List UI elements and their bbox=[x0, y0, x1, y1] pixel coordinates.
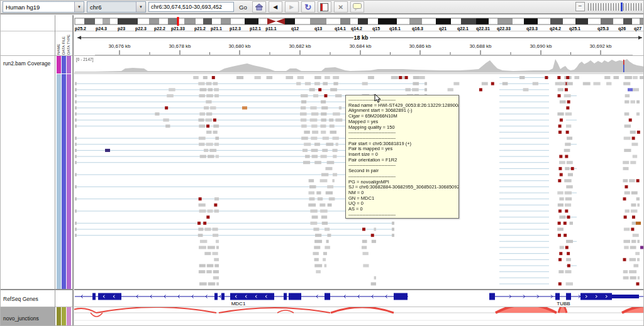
home-button[interactable] bbox=[252, 1, 266, 13]
forward-icon: ▶ bbox=[289, 4, 294, 10]
svg-text:q21: q21 bbox=[439, 26, 447, 31]
svg-text:q25.1: q25.1 bbox=[569, 26, 580, 31]
svg-text:q23.3: q23.3 bbox=[526, 26, 538, 31]
svg-text:30,676 kb: 30,676 kb bbox=[108, 43, 131, 49]
svg-text:30,692 kb: 30,692 kb bbox=[589, 43, 612, 49]
coverage-range-label: [0 - 2147] bbox=[76, 57, 93, 62]
svg-text:p12.1: p12.1 bbox=[250, 26, 261, 31]
tooltip-line: SJ = chr6:30682884-30682955_30685021-306… bbox=[348, 185, 456, 190]
svg-text:MDC1: MDC1 bbox=[231, 301, 246, 307]
svg-text:TUBB: TUBB bbox=[557, 301, 570, 307]
chromosome-select-value: chr6 bbox=[87, 4, 136, 11]
zoom-out-button[interactable]: − bbox=[575, 2, 585, 11]
svg-text:q22.1: q22.1 bbox=[457, 26, 469, 31]
attribute-cell[interactable] bbox=[62, 56, 66, 73]
svg-text:p21.33: p21.33 bbox=[171, 26, 185, 31]
tooltip-line: UQ = 0 bbox=[348, 201, 456, 207]
home-icon bbox=[255, 3, 264, 11]
zoom-slider[interactable] bbox=[588, 3, 642, 11]
svg-text:q24.2: q24.2 bbox=[550, 26, 561, 31]
locus-input[interactable] bbox=[148, 2, 234, 12]
svg-text:30,684 kb: 30,684 kb bbox=[349, 43, 372, 49]
fit-to-window-icon: ✕ bbox=[338, 4, 343, 11]
svg-text:q13: q13 bbox=[314, 26, 322, 31]
svg-text:q16.1: q16.1 bbox=[389, 26, 401, 31]
svg-text:30,686 kb: 30,686 kb bbox=[409, 43, 431, 49]
coverage-track-label[interactable]: run2.bam Coverage bbox=[3, 60, 50, 67]
svg-text:p11.1: p11.1 bbox=[265, 26, 277, 31]
junctions-track-label[interactable]: novo_junctions bbox=[3, 315, 39, 322]
svg-text:30,688 kb: 30,688 kb bbox=[469, 43, 492, 49]
attribute-cell[interactable] bbox=[57, 56, 61, 73]
popup-behavior-button[interactable] bbox=[350, 1, 364, 13]
refresh-button[interactable]: ↻ bbox=[301, 1, 315, 13]
forward-button[interactable]: ▶ bbox=[285, 1, 299, 13]
read-tooltip: ------------------------------Read name … bbox=[345, 95, 459, 219]
svg-text:q22.33: q22.33 bbox=[497, 26, 511, 31]
svg-text:q26: q26 bbox=[618, 26, 626, 31]
svg-text:p23: p23 bbox=[118, 26, 125, 31]
svg-text:30,680 kb: 30,680 kb bbox=[228, 43, 251, 49]
svg-text:q27: q27 bbox=[634, 26, 641, 31]
fit-to-window-button[interactable]: ✕ bbox=[334, 1, 348, 13]
define-region-button[interactable] bbox=[318, 1, 331, 13]
zoom-widget: − bbox=[575, 2, 642, 11]
back-icon: ◀ bbox=[273, 4, 277, 10]
mouse-cursor bbox=[374, 94, 382, 104]
svg-text:q15: q15 bbox=[372, 26, 380, 31]
attribute-cell[interactable] bbox=[67, 56, 71, 73]
svg-text:30,678 kb: 30,678 kb bbox=[169, 43, 191, 49]
popup-behavior-icon bbox=[353, 3, 362, 11]
svg-text:p21.1: p21.1 bbox=[211, 26, 222, 31]
refseq-genes-track[interactable]: MDC1TUBB bbox=[74, 290, 644, 307]
toolbar: Human hg19 ▼ chr6 ▼ Go ◀ ▶ ↻ ✕ − bbox=[1, 1, 644, 14]
refresh-icon: ↻ bbox=[304, 3, 311, 12]
tooltip-line: ------------------------------ bbox=[348, 212, 456, 218]
tooltip-line: GN = MDC1 bbox=[348, 196, 456, 202]
svg-text:18 kb: 18 kb bbox=[353, 35, 369, 41]
back-button[interactable]: ◀ bbox=[269, 1, 282, 13]
chevron-down-icon[interactable]: ▼ bbox=[136, 2, 145, 12]
genome-select[interactable]: Human hg19 ▼ bbox=[3, 1, 84, 13]
svg-text:30,682 kb: 30,682 kb bbox=[289, 43, 311, 49]
svg-text:q14.1: q14.1 bbox=[335, 26, 346, 31]
chromosome-select[interactable]: chr6 ▼ bbox=[87, 1, 146, 13]
coverage-histogram[interactable] bbox=[74, 56, 644, 73]
svg-text:q12: q12 bbox=[291, 26, 299, 31]
igv-window: Human hg19 ▼ chr6 ▼ Go ◀ ▶ ↻ ✕ − bbox=[0, 0, 644, 326]
go-button[interactable]: Go bbox=[236, 3, 250, 11]
junctions-track[interactable] bbox=[74, 307, 644, 326]
panel-divider[interactable] bbox=[55, 15, 55, 326]
svg-text:p22.2: p22.2 bbox=[154, 26, 165, 31]
svg-text:q16.3: q16.3 bbox=[412, 26, 423, 31]
svg-text:p12.3: p12.3 bbox=[230, 26, 241, 31]
attribute-cell[interactable] bbox=[62, 307, 66, 326]
attribute-cell[interactable] bbox=[57, 307, 61, 326]
ruler[interactable]: 18 kb30,676 kb30,678 kb30,680 kb30,682 k… bbox=[1, 31, 644, 55]
chevron-down-icon[interactable]: ▼ bbox=[74, 2, 84, 12]
attribute-cell[interactable] bbox=[67, 307, 71, 326]
refseq-track-label[interactable]: RefSeq Genes bbox=[3, 296, 38, 302]
genome-select-value: Human hg19 bbox=[3, 4, 74, 11]
svg-text:q14.2: q14.2 bbox=[351, 26, 362, 31]
define-region-icon bbox=[320, 3, 328, 11]
zoom-slider-thumb[interactable] bbox=[621, 3, 623, 11]
svg-text:p22.3: p22.3 bbox=[135, 26, 147, 31]
svg-text:p25.2: p25.2 bbox=[75, 26, 86, 31]
svg-text:q25.3: q25.3 bbox=[597, 26, 609, 31]
svg-text:p21.2: p21.2 bbox=[194, 26, 206, 31]
attribute-cell[interactable] bbox=[62, 74, 66, 289]
chromosome-ideogram[interactable]: p25.2p24.3p23p22.3p22.2p21.33p21.2p21.1p… bbox=[1, 15, 644, 31]
svg-text:30,690 kb: 30,690 kb bbox=[530, 43, 552, 49]
svg-text:p24.3: p24.3 bbox=[96, 26, 107, 31]
attribute-cell[interactable] bbox=[57, 74, 61, 289]
svg-text:q22.31: q22.31 bbox=[476, 26, 490, 31]
attribute-cell[interactable] bbox=[67, 74, 71, 289]
